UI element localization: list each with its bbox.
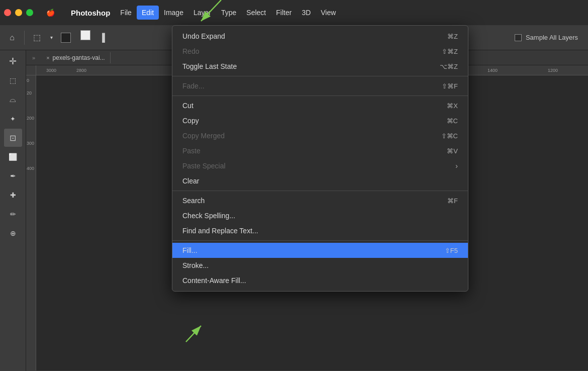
sample-all-label: Sample All Layers bbox=[526, 34, 578, 41]
menu-sep-4 bbox=[172, 240, 468, 241]
menu-label-find-replace: Find and Replace Text... bbox=[182, 227, 258, 235]
menu-shortcut-copy-merged: ⇧⌘C bbox=[441, 132, 458, 140]
ruler-v-tick-5: 400 bbox=[27, 166, 34, 171]
ruler-vertical: 0 20 200 300 400 bbox=[26, 75, 36, 370]
menu-label-content-aware-fill: Content-Aware Fill... bbox=[182, 276, 246, 285]
edit-dropdown-menu: Undo Expand ⌘Z Redo ⇧⌘Z Toggle Last Stat… bbox=[172, 25, 468, 292]
menu-item-undo-expand[interactable]: Undo Expand ⌘Z bbox=[172, 29, 468, 44]
menu-sep-1 bbox=[172, 76, 468, 76]
menu-item-check-spelling[interactable]: Check Spelling... bbox=[172, 208, 468, 223]
ruler-h-tick-4: 1400 bbox=[487, 68, 498, 73]
menu-label-fill: Fill... bbox=[182, 246, 198, 254]
menu-item-clear[interactable]: Clear bbox=[172, 173, 468, 189]
ruler-v-tick-1: 0 bbox=[27, 78, 29, 83]
ruler-v-tick-4: 300 bbox=[27, 141, 34, 146]
menu-label-toggle-last-state: Toggle Last State bbox=[182, 62, 237, 70]
select-tool-btn[interactable]: ⬚ bbox=[29, 30, 45, 46]
crop-tool[interactable]: ⬜ bbox=[4, 148, 22, 166]
menu-label-fade: Fade... bbox=[182, 82, 205, 90]
menu-label-search: Search bbox=[182, 197, 205, 205]
minimize-button[interactable] bbox=[15, 9, 22, 16]
stamp-tool[interactable]: ⊕ bbox=[4, 224, 22, 242]
toolbar-right: Sample All Layers bbox=[515, 34, 584, 41]
menubar-layer[interactable]: Layer bbox=[188, 6, 216, 20]
background-color-btn[interactable] bbox=[76, 30, 92, 46]
tools-panel: ✛ ⬚ ⌓ ✦ ⊡ ⬜ ✒ ✚ ✏ ⊕ bbox=[0, 50, 26, 371]
close-button[interactable] bbox=[4, 9, 11, 16]
maximize-button[interactable] bbox=[26, 9, 33, 16]
menu-item-copy[interactable]: Copy ⌘C bbox=[172, 113, 468, 128]
extra-btn-1[interactable]: ▐ bbox=[94, 30, 110, 46]
menu-sep-2 bbox=[172, 96, 468, 96]
menu-label-paste-special: Paste Special bbox=[182, 162, 226, 170]
window-controls bbox=[4, 9, 33, 16]
menu-label-paste: Paste bbox=[182, 147, 201, 155]
menu-item-content-aware-fill[interactable]: Content-Aware Fill... bbox=[172, 273, 468, 288]
ruler-corner bbox=[26, 65, 36, 75]
menu-item-copy-merged: Copy Merged ⇧⌘C bbox=[172, 128, 468, 143]
menubar-edit[interactable]: Edit bbox=[137, 6, 159, 20]
menu-shortcut-search: ⌘F bbox=[447, 197, 458, 205]
menu-label-copy-merged: Copy Merged bbox=[182, 132, 225, 140]
menu-label-clear: Clear bbox=[182, 177, 199, 185]
app-name[interactable]: Photoshop bbox=[66, 6, 115, 20]
menubar-image[interactable]: Image bbox=[159, 6, 188, 20]
menubar-type[interactable]: Type bbox=[216, 6, 241, 20]
ruler-v-tick-2: 20 bbox=[27, 90, 32, 96]
menu-label-cut: Cut bbox=[182, 102, 193, 110]
lasso-tool[interactable]: ⌓ bbox=[4, 90, 22, 109]
menu-shortcut-paste: ⌘V bbox=[447, 147, 458, 155]
toolbar-sep-1 bbox=[24, 31, 25, 45]
menubar-view[interactable]: View bbox=[316, 6, 341, 20]
apple-menu[interactable]: 🍎 bbox=[41, 6, 60, 20]
paste-special-arrow: › bbox=[455, 162, 458, 170]
menu-item-toggle-last-state[interactable]: Toggle Last State ⌥⌘Z bbox=[172, 59, 468, 74]
magic-wand-tool[interactable]: ✦ bbox=[4, 110, 22, 128]
menu-shortcut-toggle-last-state: ⌥⌘Z bbox=[440, 63, 458, 70]
menu-sep-3 bbox=[172, 191, 468, 191]
menu-shortcut-fill: ⇧F5 bbox=[445, 247, 458, 254]
menu-label-check-spelling: Check Spelling... bbox=[182, 212, 235, 220]
menubar-select[interactable]: Select bbox=[241, 6, 271, 20]
brush-tool[interactable]: ✏ bbox=[4, 205, 22, 223]
ruler-h-tick-5: 1200 bbox=[548, 68, 558, 73]
select-dropdown-btn[interactable]: ▾ bbox=[47, 30, 56, 46]
menu-label-undo-expand: Undo Expand bbox=[182, 32, 225, 40]
menu-item-fade: Fade... ⇧⌘F bbox=[172, 78, 468, 94]
tab-close-btn[interactable]: × bbox=[46, 55, 49, 61]
menu-item-fill[interactable]: Fill... ⇧F5 bbox=[172, 243, 468, 258]
menu-item-paste: Paste ⌘V bbox=[172, 143, 468, 158]
sample-all-layers-checkbox[interactable] bbox=[515, 34, 522, 41]
menu-shortcut-copy: ⌘C bbox=[447, 117, 458, 125]
menubar-file[interactable]: File bbox=[115, 6, 137, 20]
ruler-v-tick-3: 200 bbox=[27, 116, 34, 121]
menu-shortcut-redo: ⇧⌘Z bbox=[442, 48, 458, 55]
menu-shortcut-cut: ⌘X bbox=[447, 102, 458, 110]
menubar-3d[interactable]: 3D bbox=[297, 6, 316, 20]
menu-item-redo: Redo ⇧⌘Z bbox=[172, 44, 468, 59]
eyedropper-tool[interactable]: ✒ bbox=[4, 167, 22, 185]
menubar: 🍎 Photoshop File Edit Image Layer Type S… bbox=[0, 0, 588, 25]
artboard-tool[interactable]: ⊡ bbox=[4, 129, 22, 147]
menu-label-stroke: Stroke... bbox=[182, 261, 209, 269]
menu-label-copy: Copy bbox=[182, 117, 199, 125]
menu-shortcut-fade: ⇧⌘F bbox=[442, 82, 458, 90]
menu-label-redo: Redo bbox=[182, 47, 199, 55]
menu-item-paste-special: Paste Special › bbox=[172, 158, 468, 173]
panels-toggle[interactable]: » bbox=[32, 55, 35, 61]
tab-name: pexels-gantas-vai... bbox=[53, 54, 105, 61]
menu-item-find-replace[interactable]: Find and Replace Text... bbox=[172, 223, 468, 238]
select-rect-tool[interactable]: ⬚ bbox=[4, 71, 22, 89]
ruler-h-tick-2: 2800 bbox=[76, 68, 86, 73]
home-button[interactable]: ⌂ bbox=[4, 30, 20, 46]
healing-tool[interactable]: ✚ bbox=[4, 186, 22, 204]
menu-shortcut-undo-expand: ⌘Z bbox=[447, 33, 458, 40]
menu-item-search[interactable]: Search ⌘F bbox=[172, 193, 468, 208]
foreground-color-btn[interactable] bbox=[58, 30, 74, 46]
ruler-h-tick-1: 3000 bbox=[46, 68, 56, 73]
move-tool[interactable]: ✛ bbox=[4, 52, 22, 70]
menu-item-stroke[interactable]: Stroke... bbox=[172, 258, 468, 273]
menubar-filter[interactable]: Filter bbox=[271, 6, 297, 20]
menu-item-cut[interactable]: Cut ⌘X bbox=[172, 98, 468, 113]
document-tab[interactable]: × pexels-gantas-vai... bbox=[41, 52, 111, 63]
